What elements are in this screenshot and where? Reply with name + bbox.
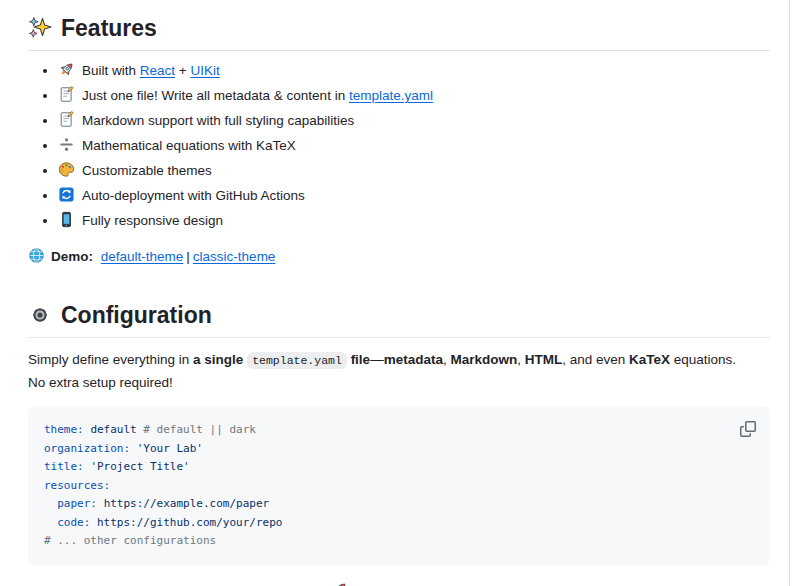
mobile-phone-icon (58, 211, 75, 228)
code-line: paper: https://example.com/paper (44, 497, 269, 510)
feature-item: Auto-deployment with GitHub Actions (58, 186, 770, 206)
bold-text: metadata (384, 352, 443, 367)
inline-link[interactable]: UIKit (190, 63, 219, 78)
rocket-icon (331, 581, 348, 586)
bold-text: a single (193, 352, 243, 367)
palette-icon (58, 161, 75, 178)
code-line: resources: (44, 479, 110, 492)
globe-icon (28, 247, 45, 264)
code-line: # ... other configurations (44, 534, 216, 547)
features-heading: Features (28, 0, 770, 51)
features-list: Built with React + UIKitJust one file! W… (28, 61, 770, 231)
configuration-heading: Configuration (28, 287, 770, 338)
demo-label: Demo: (51, 249, 93, 264)
configuration-heading-text: Configuration (61, 301, 212, 329)
features-heading-text: Features (61, 14, 157, 42)
code-content: theme: default # default || dark organiz… (44, 423, 282, 547)
bold-text: file (351, 352, 371, 367)
feature-item: Mathematical equations with KaTeX (58, 136, 770, 156)
demo-link-default-theme[interactable]: default-theme (101, 249, 184, 264)
code-line: code: https://github.com/your/repo (44, 516, 282, 529)
inline-code: template.yaml (247, 352, 347, 369)
readme-page: Features Built with React + UIKitJust on… (0, 0, 800, 586)
readme-content: Features Built with React + UIKitJust on… (28, 0, 770, 586)
rocket-icon (58, 61, 75, 78)
inline-link[interactable]: template.yaml (349, 88, 433, 103)
bold-text: Markdown (450, 352, 517, 367)
gear-icon (28, 303, 52, 327)
feature-item: Just one file! Write all metadata & cont… (58, 86, 770, 106)
copy-button[interactable] (734, 415, 762, 443)
feature-item: Fully responsive design (58, 211, 770, 231)
code-line: title: 'Project Title' (44, 460, 190, 473)
memo-icon (58, 86, 75, 103)
divide-icon (58, 136, 75, 153)
page-right-border (789, 0, 790, 586)
closing-line: With just this file, your project page i… (28, 581, 770, 586)
code-pre: theme: default # default || dark organiz… (44, 421, 754, 551)
feature-item: Customizable themes (58, 161, 770, 181)
demo-separator: | (186, 249, 190, 264)
code-line: organization: 'Your Lab' (44, 442, 203, 455)
configuration-intro: Simply define everything in a single tem… (28, 349, 770, 394)
code-line: theme: default # default || dark (44, 423, 256, 436)
inline-link[interactable]: React (140, 63, 175, 78)
bold-text: KaTeX (629, 352, 670, 367)
bold-text: HTML (525, 352, 563, 367)
closing-text: With just this file, your project page i… (28, 583, 326, 586)
counterclockwise-arrows-icon (58, 186, 75, 203)
memo-icon (58, 111, 75, 128)
feature-item: Built with React + UIKit (58, 61, 770, 81)
demo-line: Demo: default-theme|classic-theme (28, 247, 770, 267)
yaml-code-block: theme: default # default || dark organiz… (28, 407, 770, 565)
sparkles-icon (28, 16, 52, 40)
copy-icon (740, 421, 756, 437)
demo-link-classic-theme[interactable]: classic-theme (193, 249, 276, 264)
feature-item: Markdown support with full styling capab… (58, 111, 770, 131)
